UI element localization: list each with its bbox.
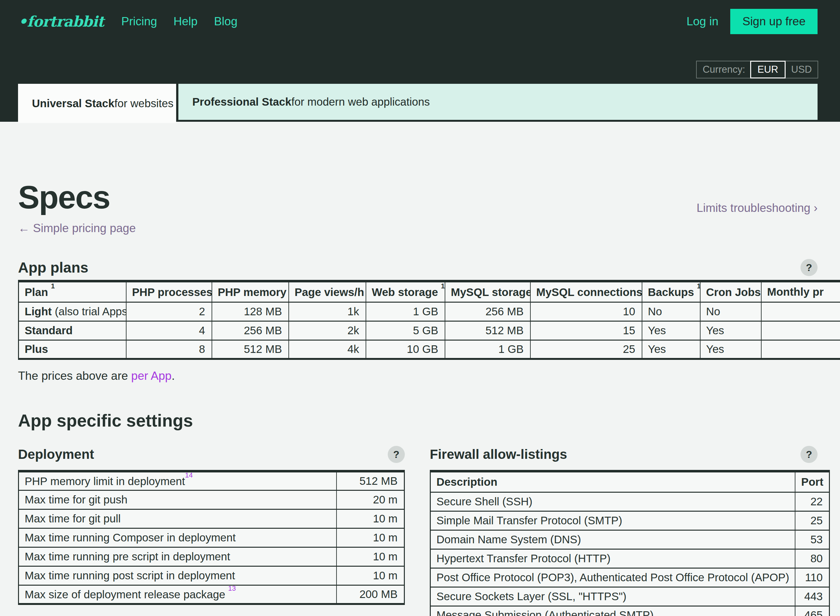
port-cell: 53 [795,530,830,549]
plan-value-cell: 1 GB [366,302,445,321]
app-settings-heading: App specific settings [18,411,818,431]
footnote-ref[interactable]: 1 [51,282,55,290]
setting-value-cell: 20 m [337,490,405,509]
column-header-web-storage: Web storage11 [366,281,445,302]
plan-value-cell: 10 [531,302,642,321]
deployment-heading: Deployment [18,447,94,462]
column-header-page-views-h: Page views/h5 [289,281,366,302]
column-label: Web storage [372,286,438,298]
plan-value-cell: No [700,302,761,321]
tab-universal-stack[interactable]: Universal Stack for websites [18,84,176,123]
firewall-row: Simple Mail Transfer Protocol (SMTP)25 [430,511,830,530]
plan-value-cell: 512 MB [212,340,289,359]
plan-name-cell: Light (also trial Apps) [19,302,126,321]
setting-label-cell: PHP memory limit in deployment14 [19,471,337,490]
setting-label: Max time running post script in deployme… [25,569,235,582]
plan-row-plus: Plus8512 MB4k10 GB1 GB25YesYes [19,340,840,359]
currency-option-usd[interactable]: USD [786,62,818,78]
plan-name: Light [25,305,52,317]
deployment-row: Max time running pre script in deploymen… [19,547,405,566]
note-period: . [172,370,174,382]
firewall-heading: Firewall allow-listings [430,447,567,462]
setting-value-cell: 10 m [337,547,405,566]
protocol-cell: Domain Name System (DNS) [430,530,795,549]
port-cell: 443 [795,587,830,606]
firewall-row: Hypertext Transfer Protocol (HTTP)80 [430,549,830,568]
currency-switcher: Currency: EURUSD [696,61,818,78]
plan-value-cell: Yes [642,321,700,340]
plan-row-standard: Standard4256 MB2k5 GB512 MB15YesYes [19,321,840,340]
deployment-row: Max time for git push20 m [19,490,405,509]
nav-link-pricing[interactable]: Pricing [121,15,157,28]
app-plans-header: App plans ? [18,259,818,276]
column-header-mysql-storage: MySQL storage7 [445,281,531,302]
nav-links: PricingHelpBlog [121,15,237,28]
deployment-row: Max size of deployment release package13… [19,585,405,604]
deployment-help-icon[interactable]: ? [388,446,405,463]
plan-value-cell: 256 MB [445,302,531,321]
plan-value-cell: 5 GB [366,321,445,340]
tab-label-bold: Professional Stack [192,95,291,108]
per-app-link[interactable]: per App [131,370,172,382]
plan-value-cell: 10 GB [366,340,445,359]
plan-value-cell [761,340,840,359]
note-text: The prices above are [18,370,131,382]
tab-label-rest: for websites [114,97,174,110]
setting-value-cell: 10 m [337,528,405,547]
setting-label-cell: Max time for git pull [19,509,337,528]
fortrabbit-logo[interactable]: •fortrabbit [18,13,104,30]
deployment-row: PHP memory limit in deployment14512 MB [19,471,405,490]
top-nav: •fortrabbit PricingHelpBlog Log in Sign … [0,0,840,34]
app-plans-section: App plans ? Plan1PHP processes4PHP memor… [18,259,818,383]
back-to-pricing-link[interactable]: ← Simple pricing page [18,221,136,235]
tab-professional-stack[interactable]: Professional Stack for modern web applic… [178,84,818,120]
column-label: Monthly pr [767,286,824,298]
page-title: Specs [18,181,136,213]
firewall-help-icon[interactable]: ? [800,446,818,463]
footnote-link[interactable]: 14 [185,471,193,479]
login-link[interactable]: Log in [687,15,718,28]
deployment-row: Max time for git pull10 m [19,509,405,528]
footnote-ref[interactable]: 11 [441,282,445,290]
column-label: MySQL connections [537,286,642,298]
limits-troubleshooting-link[interactable]: Limits troubleshooting › [696,201,818,215]
protocol-cell: Post Office Protocol (POP3), Authenticat… [430,568,795,587]
firewall-row: Secure Shell (SSH)22 [430,492,830,511]
firewall-table: DescriptionPortSecure Shell (SSH)22Simpl… [430,470,830,616]
app-settings-grid: Deployment ? PHP memory limit in deploym… [18,446,818,616]
footnote-link[interactable]: 13 [228,585,236,592]
port-cell: 25 [795,511,830,530]
currency-option-eur[interactable]: EUR [750,61,785,78]
firewall-row: Post Office Protocol (POP3), Authenticat… [430,568,830,587]
plan-row-light: Light (also trial Apps)2128 MB1k1 GB256 … [19,302,840,321]
setting-label: Max time for git push [25,493,128,506]
protocol-cell: Simple Mail Transfer Protocol (SMTP) [430,511,795,530]
signup-button[interactable]: Sign up free [730,9,818,34]
setting-label-cell: Max time running Composer in deployment [19,528,337,547]
plan-value-cell: 1k [289,302,366,321]
deployment-row: Max time running Composer in deployment1… [19,528,405,547]
nav-link-blog[interactable]: Blog [214,15,237,28]
plan-value-cell: Yes [642,340,700,359]
nav-right: Log in Sign up free [687,9,818,34]
plan-value-cell: 25 [531,340,642,359]
nav-link-help[interactable]: Help [174,15,198,28]
firewall-row: Message Submission (Authenticated SMTP)4… [430,606,830,616]
column-header-port: Port [795,471,830,492]
footnote-ref[interactable]: 16 [697,282,700,290]
site-header: •fortrabbit PricingHelpBlog Log in Sign … [0,0,840,122]
tab-label-rest: for modern web applications [291,95,430,108]
plan-value-cell: No [642,302,700,321]
port-cell: 22 [795,492,830,511]
plan-value-cell: Yes [700,321,761,340]
setting-value-cell: 10 m [337,509,405,528]
plan-value-cell: 128 MB [212,302,289,321]
deployment-header: Deployment ? [18,446,405,463]
column-header-php-memory: PHP memory6 [212,281,289,302]
plan-value-cell: 2 [126,302,212,321]
plan-value-cell: 512 MB [445,321,531,340]
firewall-header: Firewall allow-listings ? [430,446,818,463]
setting-label: Max size of deployment release package [25,588,225,600]
port-cell: 465 [795,606,830,616]
app-plans-help-icon[interactable]: ? [800,259,818,276]
